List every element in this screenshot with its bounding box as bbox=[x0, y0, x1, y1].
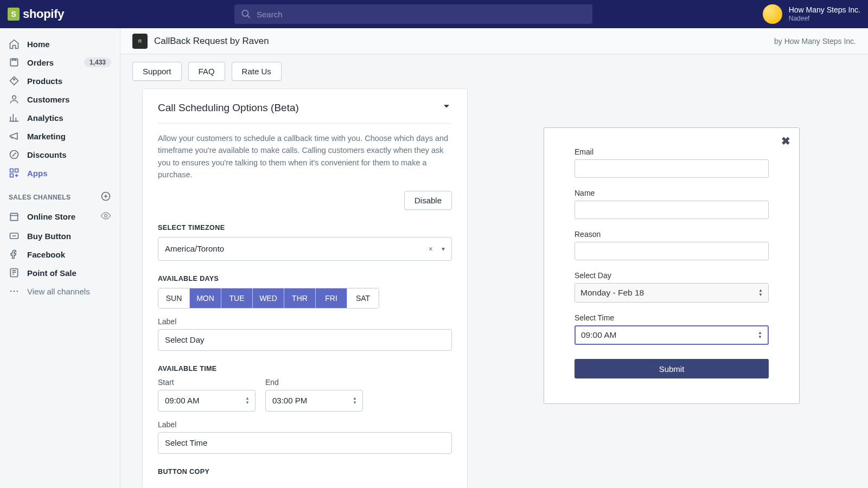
day-sun[interactable]: SUN bbox=[158, 288, 190, 308]
timezone-heading: SELECT TIMEZONE bbox=[158, 224, 452, 232]
svg-line-1 bbox=[247, 15, 250, 18]
app-icon: R bbox=[132, 34, 148, 49]
nav-pos[interactable]: Point of Sale bbox=[0, 264, 120, 282]
nav-marketing[interactable]: Marketing bbox=[0, 127, 120, 145]
nav-home[interactable]: Home bbox=[0, 35, 120, 53]
company-name: How Many Steps Inc. bbox=[789, 5, 860, 15]
nav-online-store[interactable]: Online Store bbox=[0, 207, 120, 227]
preview-select-time-label: Select Time bbox=[575, 313, 769, 322]
divider bbox=[158, 123, 452, 124]
nav-analytics-label: Analytics bbox=[27, 113, 63, 123]
nav-buy-button-label: Buy Button bbox=[27, 232, 71, 241]
preview-name-label: Name bbox=[575, 189, 769, 197]
topbar: S shopify How Many Steps Inc. Nadeef bbox=[0, 0, 868, 28]
sidebar: Home Orders 1,433 Products Customers Ana… bbox=[0, 28, 120, 488]
nav-apps[interactable]: Apps bbox=[0, 164, 120, 182]
day-tue[interactable]: TUE bbox=[221, 288, 253, 308]
day-sat[interactable]: SAT bbox=[347, 288, 379, 308]
preview-reason-label: Reason bbox=[575, 230, 769, 239]
day-wed[interactable]: WED bbox=[253, 288, 284, 308]
preview-submit-button[interactable]: Submit bbox=[575, 359, 769, 378]
add-channel-button[interactable] bbox=[100, 191, 111, 203]
brand-name: shopify bbox=[23, 7, 64, 21]
shopify-bag-icon: S bbox=[8, 8, 20, 21]
nav-products[interactable]: Products bbox=[0, 72, 120, 90]
nav-marketing-label: Marketing bbox=[27, 132, 66, 141]
time-label-input[interactable] bbox=[158, 432, 452, 454]
nav-buy-button[interactable]: Buy Button bbox=[0, 227, 120, 245]
end-label: End bbox=[265, 378, 363, 387]
nav-customers[interactable]: Customers bbox=[0, 90, 120, 108]
preview-select-day[interactable]: Monday - Feb 18 ▲▼ bbox=[575, 283, 769, 303]
support-button[interactable]: Support bbox=[132, 62, 182, 81]
start-label: Start bbox=[158, 378, 256, 387]
svg-rect-8 bbox=[10, 174, 14, 177]
stepper-icon: ▲▼ bbox=[245, 396, 250, 405]
orders-icon bbox=[9, 57, 20, 68]
day-mon[interactable]: MON bbox=[190, 288, 221, 308]
search-icon bbox=[241, 9, 251, 20]
eye-icon[interactable] bbox=[100, 210, 111, 223]
preview-reason-input[interactable] bbox=[575, 242, 769, 260]
facebook-icon bbox=[9, 249, 20, 260]
analytics-icon bbox=[9, 112, 20, 123]
nav-analytics[interactable]: Analytics bbox=[0, 108, 120, 127]
nav-home-label: Home bbox=[27, 40, 50, 49]
preview-name-input[interactable] bbox=[575, 201, 769, 219]
card-title: Call Scheduling Options (Beta) bbox=[158, 102, 299, 114]
nav-online-store-label: Online Store bbox=[27, 212, 75, 221]
day-thr[interactable]: THR bbox=[284, 288, 316, 308]
nav-view-all-channels[interactable]: View all channels bbox=[0, 282, 120, 300]
preview-select-time-value: 09:00 AM bbox=[581, 330, 617, 340]
nav-products-label: Products bbox=[27, 76, 62, 86]
end-time-select[interactable]: 03:00 PM ▲▼ bbox=[265, 390, 363, 412]
app-action-row: Support FAQ Rate Us bbox=[120, 54, 868, 88]
nav-discounts[interactable]: Discounts bbox=[0, 145, 120, 164]
faq-button[interactable]: FAQ bbox=[188, 62, 225, 81]
callback-widget-preview: ✖ Email Name Reason Select Day Monday - … bbox=[544, 127, 800, 404]
search-input[interactable] bbox=[257, 10, 586, 19]
start-time-value: 09:00 AM bbox=[165, 396, 199, 405]
nav-orders-label: Orders bbox=[27, 58, 54, 67]
svg-point-14 bbox=[14, 291, 15, 292]
preview-email-label: Email bbox=[575, 147, 769, 156]
time-range-row: Start 09:00 AM ▲▼ End 03:00 PM ▲▼ bbox=[158, 378, 452, 412]
user-text: How Many Steps Inc. Nadeef bbox=[789, 5, 860, 22]
dots-icon bbox=[9, 286, 20, 297]
apps-icon bbox=[9, 168, 20, 178]
user-name: Nadeef bbox=[789, 15, 860, 22]
close-icon[interactable]: ✖ bbox=[781, 134, 790, 147]
clear-icon[interactable]: × bbox=[429, 245, 433, 253]
dropdown-caret-icon: ▾ bbox=[442, 245, 445, 253]
preview-select-time[interactable]: 09:00 AM ▲▼ bbox=[575, 325, 769, 345]
content-area: R CallBack Request by Raven by How Many … bbox=[120, 28, 868, 488]
nav-view-all-label: View all channels bbox=[27, 287, 90, 296]
global-search[interactable] bbox=[234, 4, 592, 24]
svg-point-0 bbox=[242, 10, 248, 16]
day-fri[interactable]: FRI bbox=[316, 288, 347, 308]
sales-channels-label: SALES CHANNELS bbox=[9, 194, 71, 201]
svg-point-3 bbox=[14, 79, 15, 80]
discounts-icon bbox=[9, 149, 20, 160]
app-byline: by How Many Steps Inc. bbox=[774, 37, 856, 46]
timezone-select[interactable]: America/Toronto × ▾ bbox=[158, 237, 452, 261]
start-time-select[interactable]: 09:00 AM ▲▼ bbox=[158, 390, 256, 412]
stepper-icon: ▲▼ bbox=[758, 331, 762, 339]
nav-facebook[interactable]: Facebook bbox=[0, 245, 120, 264]
nav-customers-label: Customers bbox=[27, 95, 69, 104]
scheduling-card: Call Scheduling Options (Beta) Allow you… bbox=[142, 88, 468, 488]
disable-button[interactable]: Disable bbox=[404, 191, 452, 210]
preview-email-input[interactable] bbox=[575, 159, 769, 178]
nav-orders[interactable]: Orders 1,433 bbox=[0, 53, 120, 72]
available-time-heading: AVAILABLE TIME bbox=[158, 365, 452, 373]
rate-us-button[interactable]: Rate Us bbox=[232, 62, 282, 81]
account-menu[interactable]: How Many Steps Inc. Nadeef bbox=[763, 4, 860, 24]
card-header[interactable]: Call Scheduling Options (Beta) bbox=[158, 101, 452, 123]
brand-logo[interactable]: S shopify bbox=[8, 7, 64, 21]
svg-rect-6 bbox=[10, 169, 14, 172]
day-label-input[interactable] bbox=[158, 329, 452, 351]
timezone-value: America/Toronto bbox=[165, 244, 224, 253]
marketing-icon bbox=[9, 131, 20, 142]
app-header: R CallBack Request by Raven by How Many … bbox=[120, 28, 868, 54]
chevron-down-icon bbox=[441, 101, 452, 114]
